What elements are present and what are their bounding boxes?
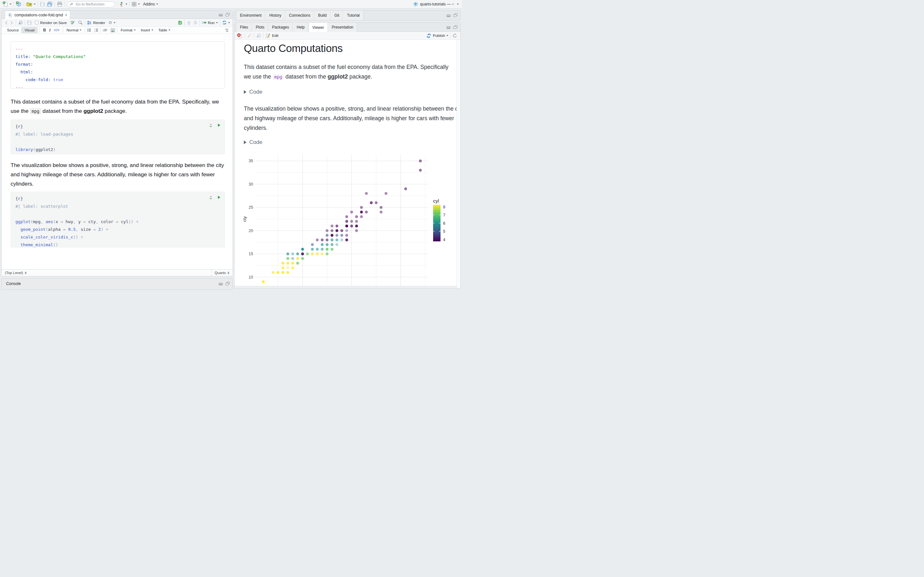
data-point: [341, 234, 343, 237]
run-chunk-icon[interactable]: [217, 195, 221, 199]
tab-build[interactable]: Build: [314, 11, 330, 20]
tab-git[interactable]: Git: [330, 11, 343, 20]
table-menu[interactable]: Table: [157, 28, 172, 32]
source-caret-icon[interactable]: [228, 22, 230, 23]
version-control-caret-icon[interactable]: [126, 3, 128, 5]
save-document-icon[interactable]: [27, 20, 32, 25]
print-button[interactable]: [57, 1, 63, 7]
run-chunks-above-icon[interactable]: [208, 195, 213, 200]
open-recent-caret-icon[interactable]: [34, 3, 36, 5]
insert-menu[interactable]: Insert: [140, 28, 155, 32]
format-menu[interactable]: Format: [120, 28, 137, 32]
code-fold-toggle-1[interactable]: Code: [244, 89, 262, 95]
minimize-pane-icon[interactable]: [218, 13, 223, 17]
checkbox-icon[interactable]: [35, 21, 39, 24]
go-prev-section-icon[interactable]: [187, 21, 191, 25]
addins-button[interactable]: Addins: [143, 2, 158, 6]
code-line: code-fold: true: [15, 76, 220, 84]
tab-packages[interactable]: Packages: [268, 23, 293, 32]
paragraph-style-value: Normal: [66, 28, 78, 32]
bullet-list-icon[interactable]: [87, 28, 91, 32]
console-pane[interactable]: Console: [1, 278, 233, 288]
document-mode-selector[interactable]: Quarto: [211, 269, 233, 276]
open-file-button[interactable]: [26, 1, 36, 7]
italic-button[interactable]: I: [47, 28, 52, 33]
workspace-panes-button[interactable]: [132, 2, 140, 7]
scope-selector[interactable]: (Top Level): [2, 271, 211, 275]
goto-file-input[interactable]: Go to file/function: [67, 1, 115, 7]
tab-plots[interactable]: Plots: [252, 23, 268, 32]
new-file-caret-icon[interactable]: [10, 3, 11, 5]
save-all-button[interactable]: [47, 1, 53, 7]
go-next-section-icon[interactable]: [193, 21, 198, 25]
goto-placeholder: Go to file/function: [76, 2, 105, 6]
tab-tutorial[interactable]: Tutorial: [343, 11, 363, 20]
publish-caret-icon[interactable]: [446, 35, 448, 36]
code-fold-toggle-2[interactable]: Code: [244, 139, 262, 145]
insert-image-icon[interactable]: [110, 28, 115, 33]
clear-broom-icon[interactable]: [247, 33, 252, 38]
editor-paragraph-2[interactable]: The visualization below shows a positive…: [11, 161, 233, 189]
edit-button[interactable]: Edit: [265, 33, 278, 38]
run-chunk-icon[interactable]: [217, 123, 221, 127]
minimize-pane-icon[interactable]: [446, 13, 451, 18]
new-file-button[interactable]: [3, 1, 11, 7]
paragraph-style-dropdown[interactable]: Normal: [65, 28, 83, 32]
bold-button[interactable]: B: [42, 28, 48, 32]
run-button[interactable]: Run: [202, 20, 218, 25]
r-project-icon: [413, 2, 418, 7]
stop-icon[interactable]: [237, 33, 242, 39]
version-control-button[interactable]: [119, 2, 128, 7]
editor-tab-filename: computations-code-fold.qmd: [15, 13, 63, 17]
code-format-button[interactable]: </>: [52, 28, 61, 32]
tab-help[interactable]: Help: [293, 23, 309, 32]
forward-icon[interactable]: [9, 21, 14, 25]
save-button[interactable]: [40, 2, 45, 7]
editor-paragraph-1[interactable]: This dataset contains a subset of the fu…: [11, 97, 224, 116]
editor-document-body[interactable]: ---title: "Quarto Computations"format: h…: [2, 34, 233, 269]
publish-button[interactable]: Publish: [426, 33, 448, 38]
code-chunk-load-packages[interactable]: {r}#| label: load-packages library(ggplo…: [11, 119, 225, 154]
tab-close-icon[interactable]: ×: [65, 13, 67, 17]
maximize-pane-icon[interactable]: [453, 13, 457, 18]
tab-history[interactable]: History: [265, 11, 285, 20]
tab-presentation[interactable]: Presentation: [328, 23, 357, 32]
find-replace-icon[interactable]: [78, 20, 83, 25]
open-in-new-window-icon[interactable]: [256, 33, 261, 38]
run-chunks-above-icon[interactable]: [208, 123, 213, 127]
render-settings-button[interactable]: ⚙: [108, 20, 115, 25]
source-mode-button[interactable]: Source: [4, 27, 21, 33]
maximize-pane-icon[interactable]: [225, 13, 230, 17]
minimize-pane-icon[interactable]: [218, 282, 223, 286]
insert-chunk-icon[interactable]: [178, 20, 183, 25]
tab-files[interactable]: Files: [236, 23, 252, 32]
code-line: [15, 210, 220, 218]
viewer-scrollbar[interactable]: [457, 40, 460, 288]
viewer-rendered-document[interactable]: Quarto Computations This dataset contain…: [234, 40, 460, 288]
source-document-button[interactable]: [222, 20, 230, 25]
minimize-pane-icon[interactable]: [446, 25, 451, 29]
editor-tab-active[interactable]: computations-code-fold.qmd ×: [5, 11, 70, 19]
visual-mode-button[interactable]: Visual: [21, 27, 37, 33]
panes-caret-icon[interactable]: [138, 3, 140, 5]
tab-environment[interactable]: Environment: [236, 11, 265, 20]
outline-toggle-icon[interactable]: [224, 28, 229, 33]
refresh-icon[interactable]: [452, 33, 457, 38]
link-icon[interactable]: [103, 28, 108, 32]
open-in-new-window-icon[interactable]: [18, 20, 23, 25]
code-chunk-scatterplot[interactable]: {r}#| label: scatterplot ggplot(mpg, aes…: [11, 192, 225, 247]
render-on-save-checkbox[interactable]: Render on Save: [35, 21, 67, 25]
maximize-pane-icon[interactable]: [453, 25, 457, 29]
run-caret-icon[interactable]: [216, 22, 218, 23]
yaml-front-matter-block[interactable]: ---title: "Quarto Computations"format: h…: [11, 41, 225, 89]
maximize-pane-icon[interactable]: [225, 282, 230, 286]
viewer-bottom-scroll-strip[interactable]: [234, 286, 457, 288]
back-icon[interactable]: [4, 21, 9, 25]
spellcheck-icon[interactable]: [70, 20, 75, 25]
numbered-list-icon[interactable]: [94, 28, 99, 32]
render-button[interactable]: Render: [87, 21, 105, 25]
project-menu-button[interactable]: quarto-tutorials — ~: [413, 0, 459, 8]
tab-viewer[interactable]: Viewer: [309, 23, 328, 32]
tab-connections[interactable]: Connections: [285, 11, 314, 20]
new-project-button[interactable]: [16, 1, 22, 7]
